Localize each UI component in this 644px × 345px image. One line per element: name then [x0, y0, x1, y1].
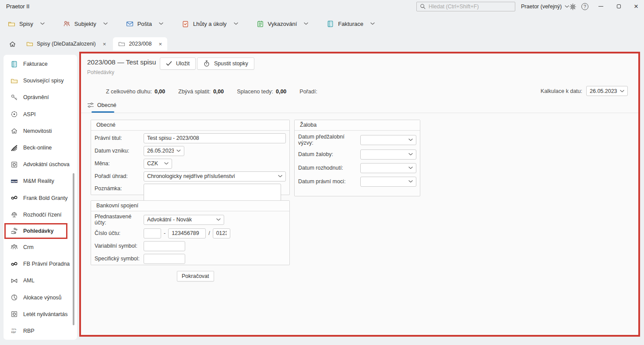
- app-title: Praetor II: [6, 3, 29, 10]
- sidebar-item-letet-nyilvantartas[interactable]: Letét nyilvántartás: [4, 306, 77, 323]
- page-title: 2023/008 — Test spisu: [87, 58, 156, 66]
- chevron-down-icon: [164, 162, 169, 165]
- lawsuit-date-select[interactable]: [360, 149, 416, 160]
- legal-force-date-select[interactable]: [360, 177, 416, 187]
- sidebar-item-frank-bold-granty[interactable]: Frank Bold Granty: [4, 190, 77, 206]
- main-menu: Spisy Subjekty Pošta Lhůty a úkoly Vykaz…: [0, 18, 393, 30]
- tab-2023-008[interactable]: 2023/008 ×: [113, 37, 167, 50]
- menu-item-spisy[interactable]: Spisy: [8, 20, 45, 28]
- safe-icon: [11, 310, 18, 318]
- decision-date-select[interactable]: [360, 163, 416, 173]
- save-button[interactable]: Uložit: [160, 57, 196, 70]
- field-poznamka: Poznámka:: [95, 184, 286, 201]
- page-subtitle: Pohledávky: [87, 69, 114, 75]
- stat-total-debt: Z celkového dluhu:0,00: [106, 89, 165, 95]
- help-button[interactable]: ?: [580, 2, 590, 11]
- beck-wing-icon: [11, 144, 18, 152]
- sidebar-item-alokace-vynosu[interactable]: Alokace výnosů: [4, 289, 77, 306]
- account-number-input[interactable]: [168, 228, 206, 238]
- calculation-date: Kalkulace k datu: 26.05.2023: [541, 86, 628, 96]
- people-icon: [63, 20, 70, 28]
- menu-item-subjekty[interactable]: Subjekty: [63, 20, 108, 28]
- account-prefix-input[interactable]: [144, 228, 161, 238]
- chevron-down-icon: [234, 22, 238, 25]
- specific-symbol-input[interactable]: [144, 254, 185, 264]
- field-datum-zaloby: Datum žaloby:: [298, 149, 416, 160]
- calculation-date-select[interactable]: 26.05.2023: [586, 86, 628, 96]
- sidebar-scrollbar[interactable]: [73, 173, 74, 325]
- workspace: Fakturace Související spisy Oprávnění AS…: [0, 50, 644, 345]
- chevron-down-icon: [278, 175, 282, 178]
- tab-divider: [81, 113, 638, 113]
- svg-text:M&M: M&M: [11, 180, 18, 182]
- sidebar-item-souvisejici-spisy[interactable]: Související spisy: [4, 72, 77, 89]
- bank-code-separator: /: [208, 230, 210, 236]
- profile-dropdown[interactable]: Praetor (veřejný): [521, 4, 569, 10]
- field-datum-vzniku: Datum vzniku: 26.05.2023: [95, 146, 286, 156]
- preset-accounts-select[interactable]: Advokátní - Novák: [144, 215, 224, 225]
- gear-icon: [569, 3, 577, 11]
- clipboard-check-icon: [182, 20, 189, 28]
- variable-symbol-input[interactable]: [144, 241, 185, 251]
- calculation-date-label: Kalkulace k datu:: [541, 88, 582, 94]
- sidebar-item-mm-reality[interactable]: M&M M&M Reality: [4, 173, 77, 189]
- sidebar-item-aml[interactable]: AML: [4, 272, 77, 289]
- close-icon: ×: [634, 3, 638, 10]
- origin-date-select[interactable]: 26.05.2023: [144, 146, 184, 156]
- sidebar-item-nemovitosti[interactable]: Nemovitosti: [4, 123, 77, 139]
- tab-obecne[interactable]: Obecné: [87, 102, 116, 109]
- scales-icon: [11, 211, 18, 218]
- chevron-down-icon: [304, 22, 308, 25]
- sidebar-item-opravneni[interactable]: Oprávnění: [4, 89, 77, 106]
- start-stopwatch-button[interactable]: Spustit stopky: [197, 57, 254, 70]
- document-tab-bar: Spisy (DleDataZalozeni) × 2023/008 ×: [0, 37, 167, 50]
- folder-icon: [8, 20, 15, 28]
- sidebar-item-crm[interactable]: Crm: [4, 239, 77, 256]
- sidebar-item-rozhodci-rizeni[interactable]: Rozhodčí řízení: [4, 206, 77, 223]
- sidebar-item-fakturace[interactable]: Fakturace: [4, 56, 77, 72]
- search-placeholder: Hledat (Ctrl+Shift+F): [429, 4, 479, 10]
- field-poradi-uhrad: Pořadí úhrad: Chronologicky nejdříve pří…: [95, 171, 286, 181]
- minimize-button[interactable]: [593, 0, 608, 12]
- sidebar-item-aspi[interactable]: ASPI: [4, 106, 77, 123]
- stat-remaining: Zbývá splatit:0,00: [178, 89, 224, 95]
- help-icon: ?: [581, 3, 588, 10]
- tab-close-icon[interactable]: ×: [159, 41, 162, 47]
- sidebar-item-rbp[interactable]: 21%RBP RBP: [4, 323, 77, 339]
- bank-code-input[interactable]: [213, 228, 230, 238]
- settings-button[interactable]: [567, 2, 578, 11]
- rbp-logo-icon: 21%RBP: [11, 327, 18, 334]
- currency-select[interactable]: CZK: [144, 159, 172, 169]
- section-title: Žaloba: [295, 120, 420, 131]
- pre-suit-notice-date-select[interactable]: [360, 135, 416, 145]
- svg-text:21%: 21%: [11, 328, 16, 331]
- section-obecne: Obecné Právní titul: Datum vzniku: 26.05…: [91, 120, 290, 195]
- field-variabilni-symbol: Variabilní symbol:: [95, 241, 286, 251]
- maximize-icon: [617, 4, 621, 8]
- praetor-app-window: { "window": { "app_title": "Praetor II",…: [0, 0, 644, 345]
- menu-item-lhuty-a-ukoly[interactable]: Lhůty a úkoly: [182, 20, 238, 28]
- payment-order-select[interactable]: Chronologicky nejdříve příslušenství: [144, 171, 286, 181]
- close-button[interactable]: ×: [629, 0, 644, 12]
- sidebar-item-beck-online[interactable]: Beck-online: [4, 139, 77, 156]
- calendar-list-icon: [257, 20, 264, 28]
- sidebar-item-pohledavky[interactable]: Pohledávky: [4, 223, 67, 239]
- home-tab-button[interactable]: [5, 37, 19, 50]
- menu-item-vykazovani[interactable]: Vykazování: [257, 20, 309, 28]
- debt-summary-row: Z celkového dluhu:0,00 Zbývá splatit:0,0…: [106, 89, 320, 95]
- sidebar-item-fb-pravni-poradna[interactable]: FB Právní Poradna: [4, 256, 77, 272]
- maximize-button[interactable]: [611, 0, 626, 12]
- account-separator: -: [164, 230, 165, 236]
- section-title: Bankovní spojení: [91, 201, 289, 211]
- menu-item-fakturace[interactable]: Fakturace: [327, 20, 375, 28]
- sidebar-item-advokatni-uschova[interactable]: Advokátní úschova: [4, 156, 77, 173]
- tab-spisy-dledatazalozeni[interactable]: Spisy (DleDataZalozeni) ×: [21, 37, 111, 50]
- legal-title-input[interactable]: [144, 133, 286, 143]
- tab-close-icon[interactable]: ×: [103, 41, 106, 47]
- safe-icon: [11, 161, 18, 168]
- menu-item-posta[interactable]: Pošta: [126, 20, 163, 28]
- note-textarea[interactable]: [144, 184, 281, 201]
- search-input[interactable]: Hledat (Ctrl+Shift+F): [416, 2, 515, 11]
- home-icon: [9, 40, 16, 48]
- continue-button[interactable]: Pokračovat: [177, 271, 214, 281]
